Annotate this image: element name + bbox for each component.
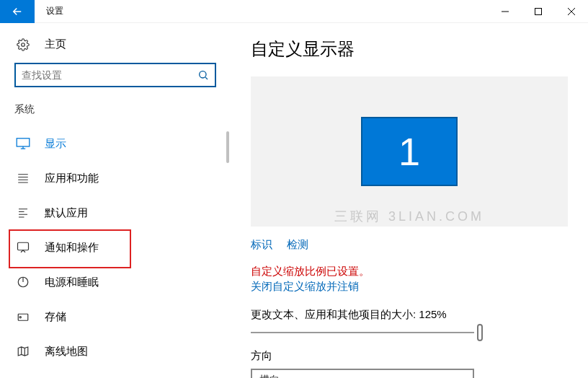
nav-label: 通知和操作	[45, 241, 99, 255]
nav-label: 离线地图	[45, 345, 88, 359]
identify-link[interactable]: 标识	[251, 238, 272, 252]
minimize-button[interactable]	[489, 0, 522, 23]
orientation-dropdown[interactable]: 横向	[251, 369, 474, 378]
maximize-button[interactable]	[522, 0, 555, 23]
back-button[interactable]	[0, 0, 35, 23]
window-controls	[489, 0, 588, 23]
slider-thumb[interactable]	[477, 324, 483, 341]
nav-list: 显示 应用和功能 默认应用 通知和操作 电源和睡眠 存储	[14, 126, 216, 369]
display-preview: 1 三联网 3LIAN.COM	[251, 76, 568, 227]
default-apps-icon	[14, 206, 32, 219]
storage-icon	[14, 310, 32, 323]
map-icon	[14, 345, 32, 358]
search-input[interactable]	[14, 63, 216, 87]
sidebar-scrollbar[interactable]	[226, 131, 229, 163]
minimize-icon	[502, 8, 509, 15]
svg-rect-0	[535, 8, 542, 14]
nav-item-storage[interactable]: 存储	[14, 299, 216, 334]
gear-icon	[14, 38, 32, 51]
nav-label: 电源和睡眠	[45, 276, 99, 289]
nav-item-apps[interactable]: 应用和功能	[14, 161, 216, 195]
titlebar: 设置	[0, 0, 588, 23]
home-label: 主页	[45, 38, 66, 51]
display-actions: 标识 检测	[251, 238, 568, 252]
search-field[interactable]	[22, 69, 197, 81]
sidebar: 主页 系统 显示 应用和功能 默认应用 通知和操作	[0, 23, 231, 378]
svg-point-1	[22, 43, 25, 46]
close-icon	[568, 8, 575, 15]
section-label: 系统	[14, 103, 216, 116]
nav-item-notifications[interactable]: 通知和操作	[14, 230, 216, 265]
orientation-value: 横向	[259, 374, 280, 378]
power-icon	[14, 276, 32, 289]
nav-label: 存储	[45, 310, 66, 324]
nav-item-offline-maps[interactable]: 离线地图	[14, 334, 216, 369]
scale-slider[interactable]	[251, 332, 474, 333]
watermark: 三联网 3LIAN.COM	[334, 208, 484, 225]
svg-point-7	[19, 317, 21, 318]
disable-scale-link[interactable]: 关闭自定义缩放并注销	[251, 280, 359, 294]
nav-item-default-apps[interactable]: 默认应用	[14, 195, 216, 230]
nav-label: 应用和功能	[45, 172, 99, 185]
search-icon	[197, 69, 209, 81]
detect-link[interactable]: 检测	[287, 238, 308, 252]
close-button[interactable]	[555, 0, 588, 23]
svg-point-2	[200, 71, 206, 78]
display-icon	[14, 138, 32, 149]
window-title: 设置	[46, 5, 489, 17]
maximize-icon	[535, 8, 542, 15]
apps-icon	[14, 172, 32, 185]
monitor-1[interactable]: 1	[361, 117, 458, 186]
page-title: 自定义显示器	[251, 38, 568, 61]
main-content: 自定义显示器 1 三联网 3LIAN.COM 标识 检测 自定义缩放比例已设置。…	[231, 23, 588, 378]
arrow-left-icon	[11, 5, 24, 18]
svg-rect-4	[18, 242, 29, 250]
home-link[interactable]: 主页	[14, 38, 216, 51]
custom-scale-warning: 自定义缩放比例已设置。	[251, 265, 568, 278]
notifications-icon	[14, 241, 32, 254]
nav-label: 默认应用	[45, 206, 88, 220]
scale-label: 更改文本、应用和其他项目的大小: 125%	[251, 308, 568, 322]
nav-item-power[interactable]: 电源和睡眠	[14, 265, 216, 299]
nav-item-display[interactable]: 显示	[14, 126, 216, 161]
svg-rect-3	[17, 139, 30, 146]
orientation-label: 方向	[251, 349, 568, 363]
nav-label: 显示	[45, 137, 66, 151]
